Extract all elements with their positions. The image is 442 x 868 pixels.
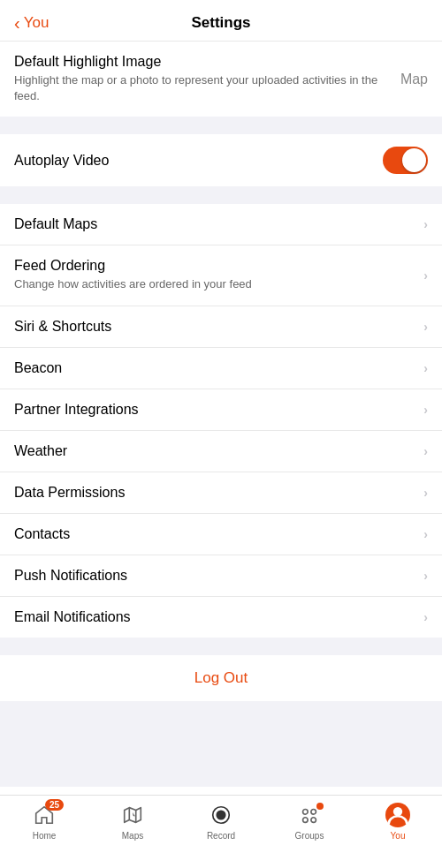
partner-integrations-row[interactable]: Partner Integrations › (0, 389, 442, 431)
partner-integrations-chevron-icon: › (423, 403, 428, 417)
default-highlight-left: Default Highlight Image Highlight the ma… (14, 54, 400, 104)
autoplay-left: Autoplay Video (14, 153, 383, 169)
tab-maps-label: Maps (122, 831, 143, 841)
tab-home-label: Home (33, 831, 57, 841)
toggle-track (383, 147, 428, 174)
default-highlight-value: Map (400, 72, 428, 87)
beacon-label: Beacon (14, 360, 423, 376)
feed-ordering-chevron-icon: › (423, 268, 428, 283)
contacts-label: Contacts (14, 526, 423, 542)
home-icon: 25 (32, 803, 57, 827)
groups-notification-dot (316, 803, 324, 810)
default-maps-row[interactable]: Default Maps › (0, 204, 442, 245)
feed-ordering-label: Feed Ordering (14, 258, 423, 274)
groups-icon (297, 803, 322, 827)
partner-integrations-label: Partner Integrations (14, 402, 423, 418)
avatar (385, 803, 410, 827)
default-highlight-title: Default Highlight Image (14, 54, 400, 70)
default-highlight-subtitle: Highlight the map or a photo to represen… (14, 72, 400, 104)
autoplay-title: Autoplay Video (14, 153, 383, 169)
svg-point-6 (303, 818, 309, 823)
default-maps-chevron-icon: › (423, 217, 428, 231)
push-notifications-label: Push Notifications (14, 568, 423, 584)
tab-groups-label: Groups (295, 831, 324, 841)
email-notifications-chevron-icon: › (423, 610, 428, 624)
default-highlight-section: Default Highlight Image Highlight the ma… (0, 42, 442, 117)
weather-chevron-icon: › (423, 444, 428, 458)
nav-rows-section: Default Maps › Feed Ordering Change how … (0, 204, 442, 637)
tab-maps[interactable]: Maps (88, 803, 177, 841)
svg-point-8 (393, 807, 402, 816)
svg-point-4 (303, 810, 309, 815)
default-maps-label: Default Maps (14, 216, 423, 232)
settings-content: Default Highlight Image Highlight the ma… (0, 42, 442, 787)
default-highlight-right: Map (400, 72, 428, 87)
record-icon (209, 803, 233, 827)
tab-groups[interactable]: Groups (265, 803, 354, 841)
weather-label: Weather (14, 443, 423, 459)
tab-record[interactable]: Record (177, 803, 265, 841)
email-notifications-label: Email Notifications (14, 609, 423, 625)
you-icon (385, 803, 410, 827)
push-notifications-row[interactable]: Push Notifications › (0, 555, 442, 597)
contacts-chevron-icon: › (423, 527, 428, 541)
tab-home[interactable]: 25 Home (0, 803, 88, 841)
svg-point-3 (216, 810, 225, 819)
siri-shortcuts-row[interactable]: Siri & Shortcuts › (0, 306, 442, 348)
svg-point-7 (311, 818, 316, 823)
email-notifications-row[interactable]: Email Notifications › (0, 597, 442, 638)
siri-shortcuts-label: Siri & Shortcuts (14, 319, 423, 335)
svg-point-5 (311, 810, 316, 815)
feed-ordering-row[interactable]: Feed Ordering Change how activities are … (0, 245, 442, 306)
data-permissions-row[interactable]: Data Permissions › (0, 472, 442, 514)
logout-button[interactable]: Log Out (0, 655, 442, 701)
siri-shortcuts-chevron-icon: › (423, 320, 428, 334)
logout-label: Log Out (194, 669, 248, 687)
autoplay-right (383, 147, 428, 174)
tab-record-label: Record (207, 831, 235, 841)
data-permissions-label: Data Permissions (14, 485, 423, 501)
push-notifications-chevron-icon: › (423, 569, 428, 583)
logout-section: Log Out (0, 655, 442, 701)
maps-icon (120, 803, 145, 827)
tab-you[interactable]: You (354, 803, 442, 841)
weather-row[interactable]: Weather › (0, 431, 442, 472)
autoplay-toggle[interactable] (383, 147, 428, 174)
tab-you-label: You (391, 831, 406, 841)
data-permissions-chevron-icon: › (423, 486, 428, 500)
back-chevron-icon: ‹ (14, 14, 20, 32)
feed-ordering-subtitle: Change how activities are ordered in you… (14, 276, 423, 292)
autoplay-section: Autoplay Video (0, 134, 442, 186)
default-highlight-row[interactable]: Default Highlight Image Highlight the ma… (0, 42, 442, 117)
autoplay-row: Autoplay Video (0, 134, 442, 186)
tab-bar: 25 Home Maps Record (0, 795, 442, 868)
back-label: You (24, 14, 50, 32)
beacon-row[interactable]: Beacon › (0, 348, 442, 389)
header: ‹ You Settings (0, 0, 442, 42)
back-button[interactable]: ‹ You (14, 14, 49, 32)
contacts-row[interactable]: Contacts › (0, 514, 442, 555)
beacon-chevron-icon: › (423, 361, 428, 375)
toggle-thumb (402, 148, 426, 172)
home-badge: 25 (45, 799, 64, 811)
page-title: Settings (191, 14, 250, 32)
